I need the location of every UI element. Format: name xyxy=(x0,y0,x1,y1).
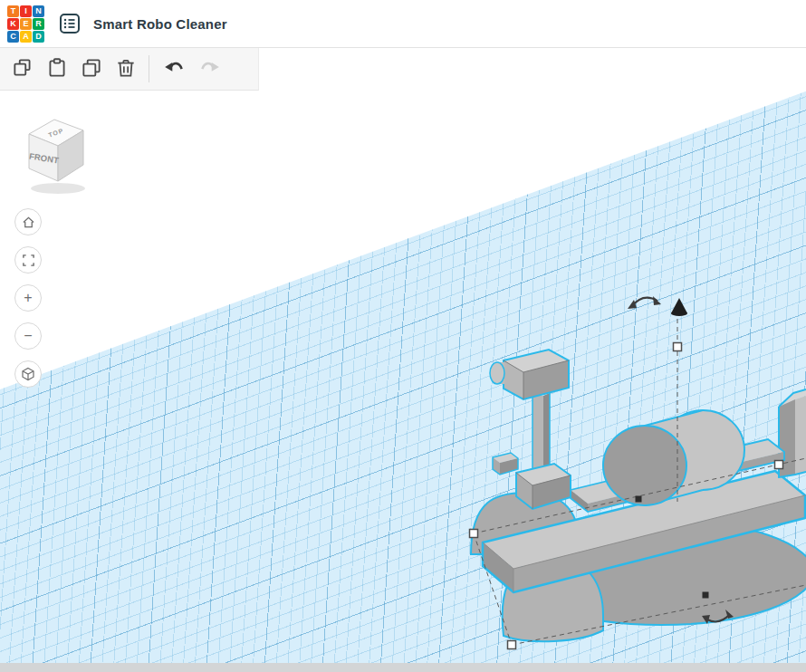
redo-icon xyxy=(197,56,221,80)
edit-toolbar xyxy=(0,47,259,91)
mid-handle-front[interactable] xyxy=(703,592,709,599)
view-cube[interactable]: TOP FRONT xyxy=(20,110,98,197)
duplicate-icon xyxy=(80,56,103,80)
undo-icon xyxy=(163,56,187,80)
scale-handle-top[interactable] xyxy=(674,343,682,351)
right-box-front[interactable] xyxy=(795,396,806,475)
redo-button[interactable] xyxy=(192,52,226,86)
logo-tile: R xyxy=(33,18,44,30)
scale-handle-front[interactable] xyxy=(508,641,516,649)
model-scene xyxy=(0,47,806,672)
design-title[interactable]: Smart Robo Cleaner xyxy=(93,16,227,32)
toolbar-separator xyxy=(149,55,149,82)
logo-tile: C xyxy=(7,31,19,43)
app-header: T I N K E R C A D Smart Robo Cleaner xyxy=(0,0,806,48)
home-view-button[interactable] xyxy=(14,208,42,235)
rotate-handle-top[interactable] xyxy=(628,296,661,309)
logo-tile: I xyxy=(20,5,32,17)
cylinder-end-face[interactable] xyxy=(603,426,686,505)
robot-model[interactable] xyxy=(471,350,806,641)
perspective-cube-icon xyxy=(21,367,35,381)
scale-handle-left[interactable] xyxy=(470,530,478,538)
elevation-cone-handle[interactable] xyxy=(671,298,687,316)
zoom-out-button[interactable]: − xyxy=(14,322,42,350)
plus-icon: + xyxy=(24,291,32,305)
logo-tile: N xyxy=(33,5,44,17)
camera-lens[interactable] xyxy=(490,362,504,384)
delete-button[interactable] xyxy=(109,52,143,86)
tinkercad-logo[interactable]: T I N K E R C A D xyxy=(7,5,44,43)
mid-handle-back[interactable] xyxy=(636,496,642,503)
logo-tile: A xyxy=(20,31,32,43)
copy-icon xyxy=(11,56,34,80)
design-menu-button[interactable] xyxy=(57,11,82,36)
logo-tile: E xyxy=(20,18,32,30)
duplicate-button[interactable] xyxy=(74,52,109,86)
undo-button[interactable] xyxy=(158,52,192,86)
fit-view-icon xyxy=(22,254,35,267)
fit-view-button[interactable] xyxy=(14,246,42,274)
paste-icon xyxy=(45,56,69,80)
copy-button[interactable] xyxy=(5,52,40,86)
minus-icon: − xyxy=(24,329,32,343)
list-menu-icon xyxy=(59,13,81,34)
scale-handle-right[interactable] xyxy=(775,461,783,469)
home-icon xyxy=(22,216,35,229)
logo-tile: D xyxy=(33,31,44,43)
trash-icon xyxy=(114,56,138,80)
logo-tile: T xyxy=(7,5,19,17)
view-cube-shadow xyxy=(31,183,85,194)
view-controls: + − xyxy=(14,208,42,388)
perspective-toggle-button[interactable] xyxy=(14,360,42,388)
paste-button[interactable] xyxy=(40,52,74,86)
logo-tile: K xyxy=(7,18,19,30)
zoom-in-button[interactable]: + xyxy=(14,284,42,312)
canvas-3d[interactable]: TOP FRONT + − xyxy=(0,47,806,672)
